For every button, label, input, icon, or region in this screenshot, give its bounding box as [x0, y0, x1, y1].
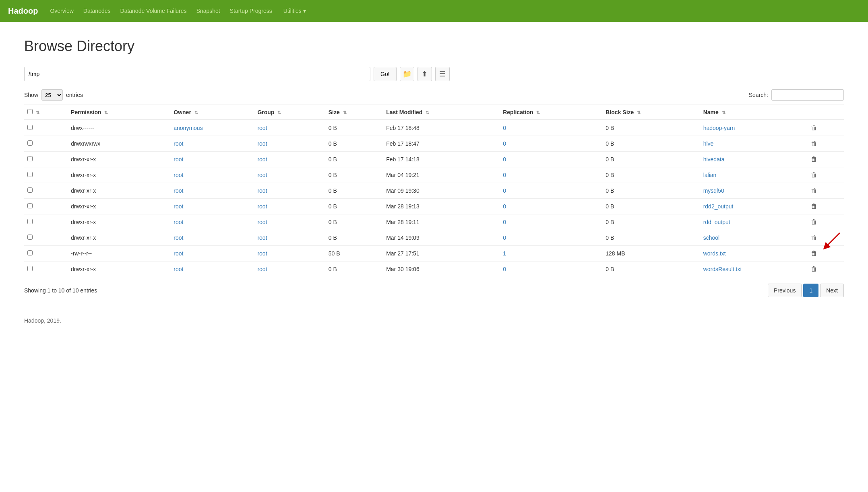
replication-link-9[interactable]: 0	[503, 266, 506, 272]
nav-utilities[interactable]: Utilities ▾	[282, 8, 306, 14]
folder-icon-button[interactable]: 📁	[400, 67, 414, 81]
group-link-9[interactable]: root	[257, 266, 267, 272]
row-checkbox-6[interactable]	[27, 219, 33, 224]
replication-link-5[interactable]: 0	[503, 203, 506, 210]
name-link-6[interactable]: rdd_output	[703, 219, 730, 225]
col-last-modified[interactable]: Last Modified ⇅	[383, 105, 500, 120]
delete-button-3[interactable]: 🗑	[809, 171, 819, 179]
row-checkbox-4[interactable]	[27, 187, 33, 193]
replication-link-1[interactable]: 0	[503, 140, 506, 147]
name-link-3[interactable]: lalian	[703, 172, 717, 178]
row-group: root	[254, 167, 325, 183]
path-input[interactable]	[24, 67, 370, 81]
row-replication: 1	[500, 246, 602, 261]
delete-button-5[interactable]: 🗑	[809, 203, 819, 210]
row-group: root	[254, 120, 325, 136]
next-button[interactable]: Next	[820, 284, 844, 297]
row-checkbox-cell	[24, 246, 68, 261]
delete-button-7[interactable]: 🗑	[809, 234, 819, 241]
nav-overview[interactable]: Overview	[50, 8, 73, 14]
owner-link-2[interactable]: root	[174, 156, 183, 163]
owner-link-9[interactable]: root	[174, 266, 183, 272]
delete-button-1[interactable]: 🗑	[809, 140, 819, 147]
owner-link-3[interactable]: root	[174, 172, 183, 178]
name-link-7[interactable]: school	[703, 235, 719, 241]
group-link-1[interactable]: root	[257, 140, 267, 147]
row-checkbox-cell	[24, 230, 68, 246]
row-checkbox-7[interactable]	[27, 235, 33, 240]
row-checkbox-2[interactable]	[27, 156, 33, 161]
col-permission[interactable]: Permission ⇅	[68, 105, 170, 120]
owner-link-6[interactable]: root	[174, 219, 183, 225]
name-link-4[interactable]: mysql50	[703, 187, 724, 194]
table-row: -rw-r--r-- root root 50 B Mar 27 17:51 1…	[24, 246, 844, 261]
row-checkbox-3[interactable]	[27, 172, 33, 177]
name-link-0[interactable]: hadoop-yarn	[703, 125, 735, 131]
row-replication: 0	[500, 261, 602, 277]
col-name[interactable]: Name ⇅	[700, 105, 806, 120]
col-replication[interactable]: Replication ⇅	[500, 105, 602, 120]
row-owner: root	[170, 261, 254, 277]
page-1-button[interactable]: 1	[803, 284, 818, 297]
delete-button-2[interactable]: 🗑	[809, 156, 819, 163]
col-size[interactable]: Size ⇅	[325, 105, 383, 120]
col-block-size[interactable]: Block Size ⇅	[602, 105, 700, 120]
delete-button-8[interactable]: 🗑	[809, 250, 819, 257]
name-link-2[interactable]: hivedata	[703, 156, 725, 163]
row-checkbox-9[interactable]	[27, 266, 33, 271]
nav-snapshot[interactable]: Snapshot	[196, 8, 220, 14]
nav-startup-progress[interactable]: Startup Progress	[230, 8, 272, 14]
group-link-5[interactable]: root	[257, 203, 267, 210]
col-group[interactable]: Group ⇅	[254, 105, 325, 120]
group-link-2[interactable]: root	[257, 156, 267, 163]
nav-datanode-volume-failures[interactable]: Datanode Volume Failures	[120, 8, 187, 14]
owner-link-8[interactable]: root	[174, 250, 183, 257]
name-link-1[interactable]: hive	[703, 140, 714, 147]
row-checkbox-8[interactable]	[27, 250, 33, 255]
table-row: drwxr-xr-x root root 0 B Mar 14 19:09 0 …	[24, 230, 844, 246]
group-link-7[interactable]: root	[257, 235, 267, 241]
name-link-9[interactable]: wordsResult.txt	[703, 266, 742, 272]
owner-link-1[interactable]: root	[174, 140, 183, 147]
group-link-6[interactable]: root	[257, 219, 267, 225]
replication-link-8[interactable]: 1	[503, 250, 506, 257]
delete-button-0[interactable]: 🗑	[809, 124, 819, 132]
row-delete-cell: 🗑	[806, 261, 844, 277]
owner-link-5[interactable]: root	[174, 203, 183, 210]
list-icon-button[interactable]: ☰	[435, 67, 450, 81]
row-permission: drwxr-xr-x	[68, 199, 170, 214]
owner-link-4[interactable]: root	[174, 187, 183, 194]
group-link-8[interactable]: root	[257, 250, 267, 257]
replication-link-3[interactable]: 0	[503, 172, 506, 178]
go-button[interactable]: Go!	[374, 67, 397, 81]
delete-button-9[interactable]: 🗑	[809, 266, 819, 273]
nav-datanodes[interactable]: Datanodes	[83, 8, 111, 14]
show-label: Show	[24, 92, 38, 98]
delete-button-4[interactable]: 🗑	[809, 187, 819, 194]
replication-link-7[interactable]: 0	[503, 235, 506, 241]
entries-per-page-select[interactable]: 10 25 50 100	[41, 89, 63, 101]
row-checkbox-5[interactable]	[27, 203, 33, 208]
table-row: drwxr-xr-x root root 0 B Mar 28 19:11 0 …	[24, 214, 844, 230]
replication-link-6[interactable]: 0	[503, 219, 506, 225]
owner-link-0[interactable]: anonymous	[174, 125, 203, 131]
upload-icon-button[interactable]: ⬆	[417, 67, 432, 81]
replication-link-0[interactable]: 0	[503, 125, 506, 131]
path-bar: Go! 📁 ⬆ ☰	[24, 67, 844, 81]
owner-link-7[interactable]: root	[174, 235, 183, 241]
group-link-4[interactable]: root	[257, 187, 267, 194]
row-checkbox-0[interactable]	[27, 125, 33, 130]
group-link-3[interactable]: root	[257, 172, 267, 178]
replication-link-2[interactable]: 0	[503, 156, 506, 163]
search-input[interactable]	[771, 89, 844, 101]
col-owner[interactable]: Owner ⇅	[170, 105, 254, 120]
previous-button[interactable]: Previous	[768, 284, 802, 297]
row-checkbox-1[interactable]	[27, 140, 33, 146]
replication-sort-icon: ⇅	[536, 110, 540, 115]
name-link-8[interactable]: words.txt	[703, 250, 726, 257]
group-link-0[interactable]: root	[257, 125, 267, 131]
delete-button-6[interactable]: 🗑	[809, 218, 819, 226]
name-link-5[interactable]: rdd2_output	[703, 203, 734, 210]
select-all-checkbox[interactable]	[27, 109, 33, 114]
replication-link-4[interactable]: 0	[503, 187, 506, 194]
